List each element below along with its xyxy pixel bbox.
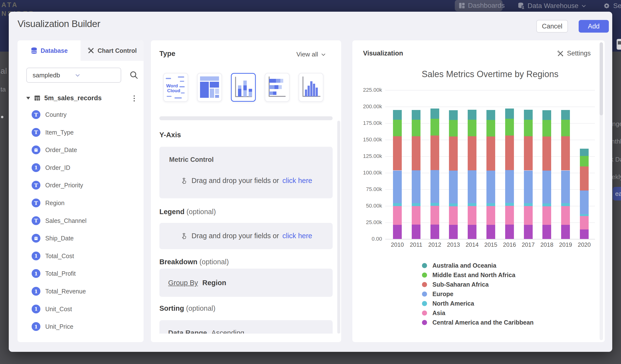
- builder-scrollbar[interactable]: [337, 121, 340, 334]
- field-item-country[interactable]: TCountry: [17, 109, 144, 120]
- group-by-label[interactable]: Group By: [168, 279, 198, 287]
- field-item-total_profit[interactable]: 1Total_Profit: [17, 268, 144, 279]
- y-axis-heading: Y-Axis: [159, 131, 181, 139]
- legend-dot: [422, 282, 427, 287]
- nav-dashboards[interactable]: Dashboards: [455, 0, 502, 11]
- bar-segment: [449, 225, 458, 239]
- table-tree-header[interactable]: 5m_sales_records: [23, 93, 138, 103]
- legend-label: Europe: [432, 291, 453, 297]
- field-label: Country: [45, 111, 67, 118]
- number-field-icon: 1: [32, 252, 40, 260]
- legend-drop-zone[interactable]: Drag and drop your fields or click here: [159, 232, 333, 240]
- tab-chart-control[interactable]: Chart Control: [81, 40, 144, 61]
- field-item-total_cost[interactable]: 1Total_Cost: [17, 251, 144, 261]
- field-item-item_type[interactable]: TItem_Type: [17, 127, 144, 138]
- x-axis-label: 2016: [500, 241, 519, 248]
- chart-type-stacked-bar[interactable]: [265, 73, 290, 102]
- y-tick-label: 150.00k: [352, 137, 382, 143]
- click-here-link[interactable]: click here: [282, 232, 312, 240]
- metric-drop-zone[interactable]: Drag and drop your fields or click here: [159, 176, 333, 185]
- bar-segment: [449, 171, 458, 203]
- y-tick-label: 100.00k: [352, 170, 382, 176]
- chart-settings-label: Settings: [567, 50, 591, 57]
- visualization-scrollbar-thumb[interactable]: [600, 42, 603, 115]
- bg-year-button: ear: [613, 187, 621, 201]
- nav-dashboards-label: Dashboards: [468, 2, 505, 10]
- caret-down-icon[interactable]: [26, 97, 30, 100]
- bar-segment: [449, 137, 458, 171]
- field-label: Sales_Channel: [45, 217, 87, 224]
- click-here-link[interactable]: click here: [282, 177, 312, 185]
- y-tick-label: 0.00: [352, 236, 382, 242]
- type-row-scrollbar[interactable]: [159, 116, 333, 120]
- field-item-unit_price[interactable]: 1Unit_Price: [17, 321, 144, 332]
- bar-segment: [561, 171, 570, 203]
- tab-database[interactable]: Database: [17, 40, 81, 61]
- text-field-icon: T: [32, 128, 40, 137]
- chart-type-histogram[interactable]: [299, 73, 323, 102]
- search-icon[interactable]: [129, 70, 139, 80]
- bar-segment: [431, 203, 439, 206]
- bar-segment: [524, 206, 533, 225]
- bar-segment: [449, 203, 458, 206]
- legend-dot: [422, 311, 427, 316]
- bg-fragment: nge: [612, 120, 621, 128]
- gridline: [385, 106, 595, 107]
- legend-label: Asia: [432, 310, 445, 316]
- screen: { "background": { "logo_line1": "ATA", "…: [0, 0, 621, 364]
- table-name: 5m_sales_records: [44, 94, 102, 102]
- number-field-icon: 1: [32, 287, 40, 296]
- field-item-order_priority[interactable]: TOrder_Priority: [17, 180, 144, 191]
- date-field-icon: [32, 145, 40, 154]
- bg-fragment: ta: [0, 86, 6, 93]
- gridline: [385, 239, 595, 240]
- gear-icon: [603, 2, 611, 10]
- x-axis-label: 2020: [575, 241, 593, 248]
- cancel-button[interactable]: Cancel: [536, 20, 568, 33]
- field-item-unit_cost[interactable]: 1Unit_Cost: [17, 304, 144, 315]
- group-by-value[interactable]: Region: [203, 279, 226, 287]
- x-axis-label: 2018: [537, 241, 556, 248]
- chart-control-icon: [87, 47, 95, 54]
- number-field-icon: 1: [32, 322, 40, 331]
- bar-segment: [431, 225, 439, 239]
- x-axis-label: 2011: [407, 241, 425, 248]
- chart-settings-button[interactable]: Settings: [557, 50, 591, 57]
- field-item-ship_date[interactable]: Ship_Date: [17, 233, 144, 244]
- field-item-order_date[interactable]: Order_Date: [17, 145, 144, 156]
- field-item-order_id[interactable]: 1Order_ID: [17, 163, 144, 173]
- chart-title: Sales Metrics Overtime by Regions: [380, 69, 600, 79]
- field-label: Unit_Cost: [45, 306, 72, 313]
- view-all-button[interactable]: View all: [296, 51, 326, 58]
- tab-database-label: Database: [41, 47, 68, 54]
- bg-bullet-dot: [1, 116, 3, 118]
- crossed-tools-icon: [557, 50, 564, 57]
- kebab-menu-icon[interactable]: [130, 94, 138, 103]
- bar-segment: [561, 110, 570, 120]
- breakdown-card[interactable]: Group By Region: [159, 269, 333, 297]
- bar-segment: [524, 171, 533, 203]
- legend-dot: [422, 320, 427, 325]
- field-label: Order_ID: [45, 164, 70, 171]
- add-button[interactable]: Add: [579, 20, 609, 33]
- bar-segment: [486, 110, 495, 120]
- y-tick-label: 125.00k: [352, 153, 382, 159]
- chart-type-word-cloud[interactable]: Word Cloud: [163, 73, 188, 102]
- bar-segment: [542, 225, 551, 239]
- x-axis-label: 2012: [426, 241, 444, 248]
- field-label: Item_Type: [45, 129, 74, 136]
- field-item-total_revenue[interactable]: 1Total_Revenue: [17, 286, 144, 297]
- bar-segment: [505, 206, 514, 225]
- x-axis-label: 2014: [463, 241, 481, 248]
- field-item-region[interactable]: TRegion: [17, 198, 144, 208]
- bar-segment: [505, 136, 514, 170]
- nav-data-warehouse[interactable]: Data Warehouse: [517, 2, 587, 10]
- database-select[interactable]: sampledb: [26, 68, 121, 83]
- chart-type-treemap[interactable]: [197, 73, 222, 102]
- bar-segment: [561, 136, 570, 170]
- field-item-sales_channel[interactable]: TSales_Channel: [17, 216, 144, 226]
- legend-item: Europe: [422, 291, 453, 297]
- nav-settings[interactable]: Settin: [603, 2, 621, 10]
- chart-type-stacked-column[interactable]: [231, 73, 256, 102]
- bar-segment: [580, 166, 589, 191]
